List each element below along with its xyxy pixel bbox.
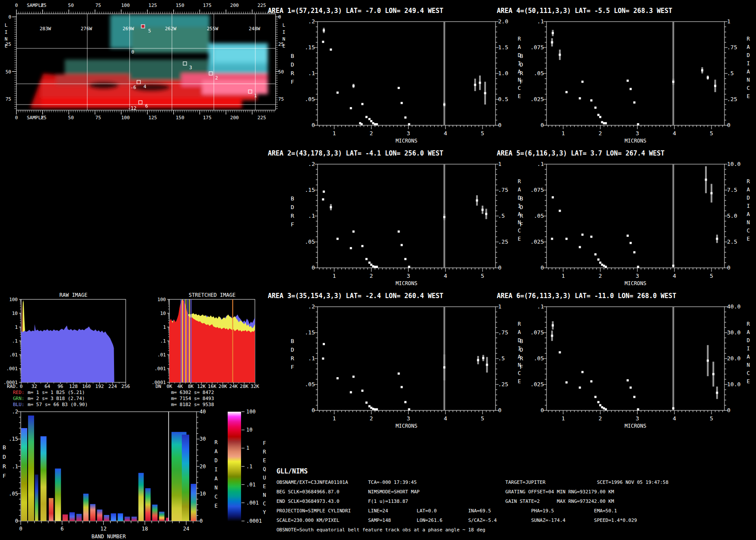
svg-text:E: E — [746, 93, 750, 99]
svg-text:4: 4 — [444, 273, 447, 279]
svg-text:1: 1 — [333, 415, 336, 422]
svg-text:1: 1 — [246, 445, 249, 451]
svg-text:A: A — [746, 211, 750, 217]
svg-text:R: R — [291, 70, 294, 76]
svg-text:.05: .05 — [305, 238, 315, 245]
svg-text:3: 3 — [635, 273, 639, 279]
svg-text:5: 5 — [148, 28, 151, 34]
svg-text:AREA 3=(35,154,3,3) LAT= -2.4: AREA 3=(35,154,3,3) LAT= -2.4 LON= 260.4… — [268, 292, 443, 300]
svg-text:.1: .1 — [308, 70, 315, 76]
svg-text:R: R — [214, 439, 218, 445]
svg-text:.15: .15 — [305, 44, 315, 51]
spectrum-plot-area2: AREA 2=(43,178,3,3) LAT= -4.1 LON= 256.0… — [259, 144, 527, 287]
svg-text:1: 1 — [163, 324, 166, 330]
instrument-title: GLL/NIMS — [276, 467, 308, 475]
wavelength-gap-line — [444, 22, 445, 125]
svg-text:AREA 2=(43,178,3,3) LAT= -4.1: AREA 2=(43,178,3,3) LAT= -4.1 LON= 256.0… — [268, 149, 443, 157]
svg-text:L: L — [5, 22, 8, 28]
svg-text:R: R — [520, 355, 523, 362]
svg-text:AREA 1=(57,214,3,3) LAT= -7.0: AREA 1=(57,214,3,3) LAT= -7.0 LON= 249.4… — [268, 7, 443, 15]
svg-text:100: 100 — [9, 297, 18, 302]
svg-text:0: 0 — [727, 264, 731, 271]
svg-text:A: A — [746, 69, 750, 75]
svg-text:0: 0 — [311, 264, 315, 271]
svg-text:m= 7154 s= 8493: m= 7154 s= 8493 — [171, 396, 214, 401]
svg-text:.05: .05 — [305, 96, 315, 102]
svg-text:1: 1 — [562, 130, 565, 137]
svg-text:96: 96 — [57, 384, 63, 389]
svg-text:30.0: 30.0 — [727, 329, 740, 336]
svg-text:AREA 6=(76,113,3,3) LAT= -11.0: AREA 6=(76,113,3,3) LAT= -11.0 LON= 268.… — [497, 292, 676, 300]
svg-text:C: C — [746, 370, 750, 376]
svg-text:N: N — [746, 362, 750, 368]
svg-text:224: 224 — [108, 384, 117, 389]
svg-text:.01: .01 — [157, 352, 166, 358]
svg-text:4: 4 — [444, 130, 447, 137]
svg-text:.025: .025 — [530, 96, 544, 102]
svg-text:3: 3 — [407, 130, 410, 137]
wavelength-gap-line — [673, 307, 674, 410]
svg-text:A: A — [214, 476, 218, 482]
svg-text:RED:: RED: — [13, 390, 25, 395]
svg-text:BAND NUMBER: BAND NUMBER — [92, 534, 126, 540]
svg-text:R: R — [520, 70, 523, 76]
scatter-points — [551, 166, 718, 268]
svg-text:4: 4 — [673, 273, 676, 279]
svg-text:2: 2 — [599, 415, 602, 422]
svg-text:E: E — [263, 483, 266, 489]
svg-text:10: 10 — [160, 311, 166, 316]
svg-text:40.0: 40.0 — [727, 303, 740, 310]
svg-text:AREA 5=(6,116,3,3) LAT= 3.7: AREA 5=(6,116,3,3) LAT= 3.7 LON= 267.4 W… — [497, 149, 664, 157]
svg-text:12K: 12K — [197, 384, 206, 389]
svg-text:.0001: .0001 — [246, 518, 262, 524]
svg-text:5: 5 — [481, 273, 484, 279]
svg-text:.2: .2 — [12, 409, 18, 415]
svg-text:2.5: 2.5 — [727, 238, 737, 245]
svg-text:B: B — [291, 53, 294, 59]
svg-text:2: 2 — [370, 273, 373, 279]
svg-text:160: 160 — [82, 384, 91, 389]
svg-text:R: R — [746, 36, 750, 42]
svg-text:.001: .001 — [246, 500, 259, 506]
svg-text:Q: Q — [263, 466, 266, 472]
svg-text:1: 1 — [15, 324, 18, 330]
spectrum-plot-area1: AREA 1=(57,214,3,3) LAT= -7.0 LON= 249.4… — [259, 2, 527, 144]
svg-text:.75: .75 — [727, 44, 737, 51]
svg-text:0: 0 — [540, 407, 544, 413]
svg-text:256: 256 — [121, 384, 130, 389]
svg-text:0: 0 — [311, 407, 315, 413]
svg-text:AREA 4=(50,111,3,3) LAT= -5.5: AREA 4=(50,111,3,3) LAT= -5.5 LON= 268.3… — [497, 7, 672, 15]
svg-text:MICRONS: MICRONS — [625, 423, 647, 429]
svg-text:D: D — [746, 195, 750, 201]
svg-text:50: 50 — [68, 3, 74, 8]
svg-text:2: 2 — [599, 130, 602, 137]
svg-text:0: 0 — [311, 122, 315, 128]
frequency-colorbar — [228, 412, 241, 521]
svg-text:24K: 24K — [229, 384, 238, 389]
svg-text:C: C — [746, 85, 750, 91]
svg-text:4: 4 — [444, 415, 447, 422]
spectrum-plot-area4: AREA 4=(50,111,3,3) LAT= -5.5 LON= 268.3… — [488, 2, 756, 144]
svg-text:RAD.: RAD. — [7, 384, 19, 389]
svg-text:MICRONS: MICRONS — [396, 423, 418, 429]
svg-text:7.5: 7.5 — [727, 187, 737, 193]
svg-text:B: B — [520, 338, 523, 344]
svg-text:0: 0 — [15, 3, 18, 8]
svg-text:18: 18 — [142, 526, 148, 532]
svg-text:D: D — [520, 61, 523, 68]
svg-text:2: 2 — [370, 130, 373, 137]
svg-text:262W: 262W — [165, 26, 177, 32]
svg-text:248W: 248W — [249, 26, 260, 32]
svg-text:10: 10 — [200, 491, 206, 497]
svg-text:28K: 28K — [240, 384, 248, 389]
svg-text:3: 3 — [635, 415, 639, 422]
svg-text:.1: .1 — [308, 355, 315, 362]
svg-text:C: C — [263, 501, 266, 507]
nims-display-screen: 283W276W269W262W255W248W0-6-125321460025… — [0, 0, 756, 540]
svg-text:D: D — [291, 346, 294, 353]
svg-text:C: C — [746, 228, 750, 234]
svg-text:E: E — [214, 503, 217, 509]
svg-text:12: 12 — [100, 526, 106, 532]
svg-text:150: 150 — [176, 3, 184, 8]
svg-text:.01: .01 — [246, 482, 256, 488]
